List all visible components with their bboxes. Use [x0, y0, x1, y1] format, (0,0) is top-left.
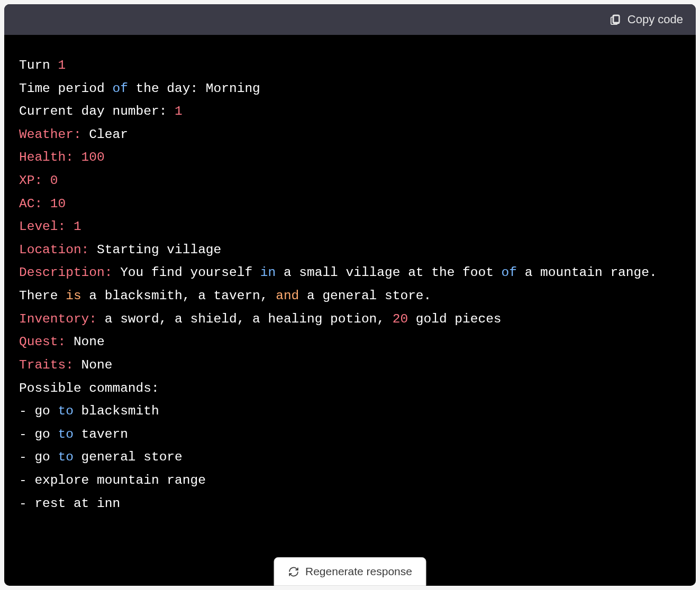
command-item: - go [19, 450, 58, 464]
description-text: a blacksmith, a tavern, [81, 289, 276, 303]
day-number-label: Current day number: [19, 104, 175, 118]
quest-label: Quest: [19, 335, 66, 349]
keyword-of: of [502, 265, 517, 280]
ac-label: AC: [19, 197, 42, 211]
commands-label: Possible commands: [19, 381, 159, 395]
day-number-value: 1 [175, 104, 183, 118]
traits-value: None [74, 358, 113, 372]
command-item: tavern [74, 427, 128, 441]
copy-code-label: Copy code [628, 13, 683, 26]
level-label: Level: [19, 219, 66, 234]
health-value: 100 [74, 150, 105, 164]
location-label: Location: [19, 243, 89, 257]
inventory-qty: 20 [393, 312, 408, 326]
turn-value: 1 [58, 58, 66, 72]
weather-value: Clear [81, 127, 128, 142]
inventory-text: a sword, a shield, a healing potion, [97, 312, 393, 326]
quest-value: None [66, 335, 105, 349]
xp-label: XP: [19, 173, 42, 188]
copy-code-button[interactable]: Copy code [610, 13, 683, 26]
svg-rect-3 [613, 15, 619, 23]
keyword-to: to [58, 427, 74, 441]
command-item: - go [19, 427, 58, 441]
keyword-to: to [58, 450, 74, 464]
clipboard-icon [610, 14, 621, 25]
command-item: - go [19, 404, 58, 418]
health-label: Health: [19, 150, 74, 164]
inventory-label: Inventory: [19, 312, 97, 326]
code-content: Turn 1 Time period of the day: Morning C… [4, 35, 696, 586]
keyword-and: and [276, 289, 299, 303]
regenerate-label: Regenerate response [305, 565, 412, 578]
regenerate-icon [288, 566, 299, 577]
description-text: a small village at the foot [276, 265, 501, 280]
command-item: blacksmith [74, 404, 159, 418]
description-text: a general store. [299, 289, 431, 303]
description-text: You find yourself [112, 265, 260, 280]
traits-label: Traits: [19, 358, 74, 372]
inventory-text: gold pieces [408, 312, 501, 326]
location-value: Starting village [89, 243, 221, 257]
keyword-is: is [66, 289, 81, 303]
description-label: Description: [19, 265, 112, 280]
weather-label: Weather: [19, 127, 81, 142]
command-item: - rest at inn [19, 496, 120, 511]
command-item: - explore mountain range [19, 473, 206, 487]
code-block-header: Copy code [4, 4, 696, 35]
keyword-to: to [58, 404, 74, 418]
keyword-of: of [112, 81, 128, 96]
ac-value: 10 [42, 197, 66, 211]
time-period-prefix: Time period [19, 81, 112, 96]
level-value: 1 [66, 219, 81, 234]
keyword-in: in [260, 265, 276, 280]
turn-label: Turn [19, 58, 58, 72]
xp-value: 0 [42, 173, 58, 188]
code-block-container: Copy code Turn 1 Time period of the day:… [4, 4, 696, 586]
command-item: general store [74, 450, 183, 464]
time-period-value: the day: Morning [128, 81, 260, 96]
regenerate-response-button[interactable]: Regenerate response [274, 557, 426, 586]
